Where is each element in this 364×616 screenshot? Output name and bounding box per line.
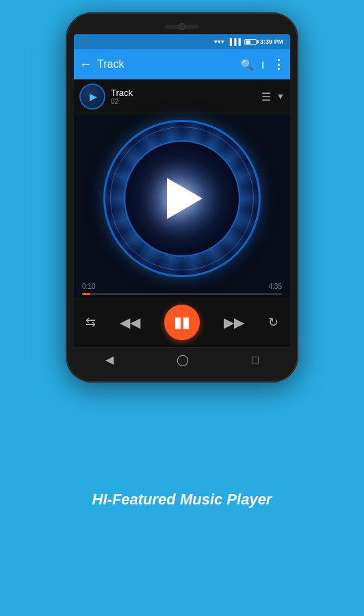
- mini-player-disc: ▶: [79, 84, 105, 110]
- current-time: 0:10: [82, 283, 95, 290]
- play-triangle: [167, 178, 203, 219]
- front-camera: [179, 23, 185, 30]
- recents-nav-button[interactable]: □: [252, 354, 259, 366]
- vinyl-glow: [141, 157, 223, 240]
- track-number: 02: [111, 98, 261, 105]
- battery-icon: [244, 39, 257, 45]
- prev-icon: ◀◀: [120, 314, 140, 331]
- progress-times: 0:10 4:35: [82, 283, 282, 290]
- equalizer-button[interactable]: ⫿: [261, 59, 265, 70]
- track-name: Track: [111, 88, 261, 98]
- home-nav-button[interactable]: ◯: [177, 353, 189, 366]
- more-options-button[interactable]: ⋮: [272, 57, 285, 72]
- playback-controls: ⇆ ◀◀ ▮▮ ▶▶ ↻: [74, 298, 290, 347]
- next-button[interactable]: ▶▶: [224, 314, 244, 331]
- progress-area: 0:10 4:35: [74, 277, 290, 298]
- back-button[interactable]: ←: [79, 57, 92, 72]
- status-bar: 🎵 ▾▾▾ ▐▐▐ 3:39 PM: [74, 34, 290, 49]
- track-info-bar: ▶ Track 02 ☰ ▼: [74, 79, 290, 114]
- top-bar-actions: 🔍 ⫿ ⋮: [240, 57, 285, 72]
- phone-top: [74, 25, 290, 29]
- status-time: 3:39 PM: [260, 38, 283, 45]
- notification-icon: 🎵: [81, 38, 88, 45]
- bottom-banner: HI-Featured Music Player: [0, 383, 364, 616]
- pause-button[interactable]: ▮▮: [164, 305, 200, 340]
- vinyl-disc[interactable]: [103, 120, 261, 277]
- nav-bar: ◀ ◯ □: [74, 347, 290, 372]
- status-right: ▾▾▾ ▐▐▐ 3:39 PM: [214, 38, 283, 45]
- track-list-icon[interactable]: ☰: [261, 90, 271, 103]
- progress-bar-fill: [82, 293, 90, 295]
- battery-fill: [246, 40, 250, 44]
- total-time: 4:35: [269, 283, 282, 290]
- top-bar: ← Track 🔍 ⫿ ⋮: [74, 49, 290, 79]
- player-main: [74, 114, 290, 277]
- status-left: 🎵: [81, 38, 88, 45]
- progress-bar[interactable]: [82, 293, 282, 295]
- page-title: Track: [97, 58, 240, 70]
- vinyl-inner-ring: [124, 140, 240, 257]
- pause-icon: ▮▮: [174, 313, 190, 331]
- track-details: Track 02: [111, 88, 261, 105]
- prev-button[interactable]: ◀◀: [120, 314, 140, 331]
- track-dropdown-icon[interactable]: ▼: [276, 92, 285, 101]
- shuffle-icon: ⇆: [86, 315, 96, 330]
- search-button[interactable]: 🔍: [240, 58, 254, 71]
- signal-icon: ▐▐▐: [228, 38, 241, 45]
- repeat-button[interactable]: ↻: [268, 315, 278, 330]
- banner-text: HI-Featured Music Player: [92, 491, 272, 509]
- wifi-icon: ▾▾▾: [214, 38, 224, 45]
- recents-nav-icon: □: [252, 354, 259, 366]
- back-nav-icon: ◀: [105, 353, 114, 366]
- shuffle-button[interactable]: ⇆: [86, 315, 96, 330]
- back-nav-button[interactable]: ◀: [105, 353, 114, 366]
- repeat-icon: ↻: [268, 315, 278, 330]
- phone-screen: 🎵 ▾▾▾ ▐▐▐ 3:39 PM ← Track 🔍 ⫿: [74, 34, 290, 372]
- mini-play-icon: ▶: [90, 91, 97, 102]
- track-mini-controls: ☰ ▼: [261, 90, 285, 103]
- next-icon: ▶▶: [224, 314, 244, 331]
- home-nav-icon: ◯: [177, 353, 189, 366]
